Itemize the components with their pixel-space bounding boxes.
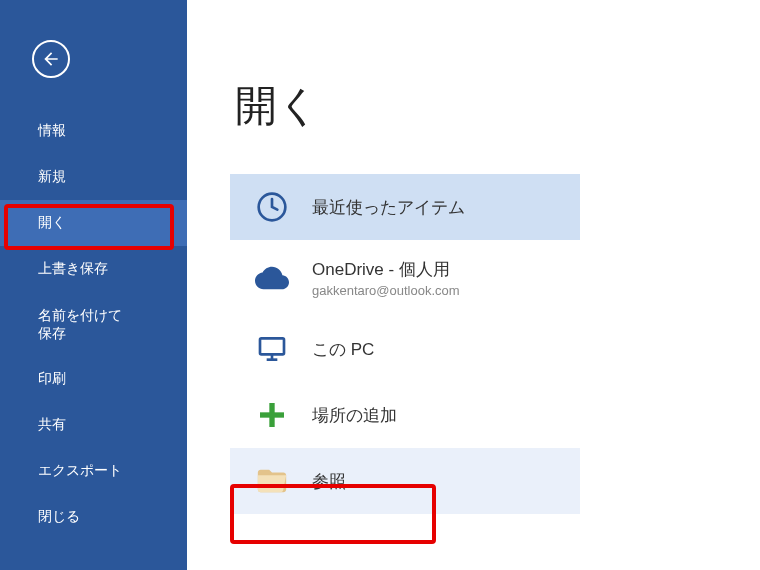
location-recent[interactable]: 最近使ったアイテム (230, 174, 580, 240)
folder-icon (254, 463, 290, 499)
sidebar-item-label: 新規 (38, 168, 66, 184)
location-email: gakkentaro@outlook.com (312, 283, 460, 298)
sidebar-item-label: 名前を付けて 保存 (38, 307, 122, 341)
sidebar-item-label: 閉じる (38, 508, 80, 524)
sidebar-item-label: 開く (38, 214, 66, 230)
sidebar-item-export[interactable]: エクスポート (0, 448, 187, 494)
location-browse[interactable]: 参照 (230, 448, 580, 514)
sidebar-item-save[interactable]: 上書き保存 (0, 246, 187, 292)
clock-icon (254, 189, 290, 225)
open-location-list: 最近使ったアイテム OneDrive - 個人用 gakkentaro@outl… (230, 174, 580, 514)
location-thispc[interactable]: この PC (230, 316, 580, 382)
arrow-left-icon (41, 49, 61, 69)
sidebar-item-label: 情報 (38, 122, 66, 138)
location-label: 場所の追加 (312, 404, 397, 427)
location-label: この PC (312, 338, 374, 361)
sidebar-item-share[interactable]: 共有 (0, 402, 187, 448)
location-onedrive[interactable]: OneDrive - 個人用 gakkentaro@outlook.com (230, 240, 580, 316)
sidebar-item-print[interactable]: 印刷 (0, 356, 187, 402)
location-label: 参照 (312, 470, 346, 493)
sidebar-item-label: 共有 (38, 416, 66, 432)
location-label: OneDrive - 個人用 (312, 258, 460, 281)
backstage-content: 開く 最近使ったアイテム OneDrive - 個人用 gakkentaro@o… (187, 0, 760, 570)
sidebar-item-label: 上書き保存 (38, 260, 108, 276)
backstage-sidebar: 情報 新規 開く 上書き保存 名前を付けて 保存 印刷 共有 エクスポート 閉じ… (0, 0, 187, 570)
back-button[interactable] (32, 40, 70, 78)
sidebar-item-info[interactable]: 情報 (0, 108, 187, 154)
location-addplace[interactable]: 場所の追加 (230, 382, 580, 448)
page-title: 開く (235, 78, 760, 134)
sidebar-item-label: エクスポート (38, 462, 122, 478)
location-label: 最近使ったアイテム (312, 196, 465, 219)
cloud-icon (254, 260, 290, 296)
plus-icon (254, 397, 290, 433)
monitor-icon (254, 331, 290, 367)
sidebar-item-close[interactable]: 閉じる (0, 494, 187, 540)
svg-rect-1 (260, 338, 284, 354)
sidebar-item-saveas[interactable]: 名前を付けて 保存 (0, 292, 187, 356)
svg-rect-5 (260, 412, 284, 417)
sidebar-item-new[interactable]: 新規 (0, 154, 187, 200)
sidebar-item-open[interactable]: 開く (0, 200, 187, 246)
sidebar-item-label: 印刷 (38, 370, 66, 386)
